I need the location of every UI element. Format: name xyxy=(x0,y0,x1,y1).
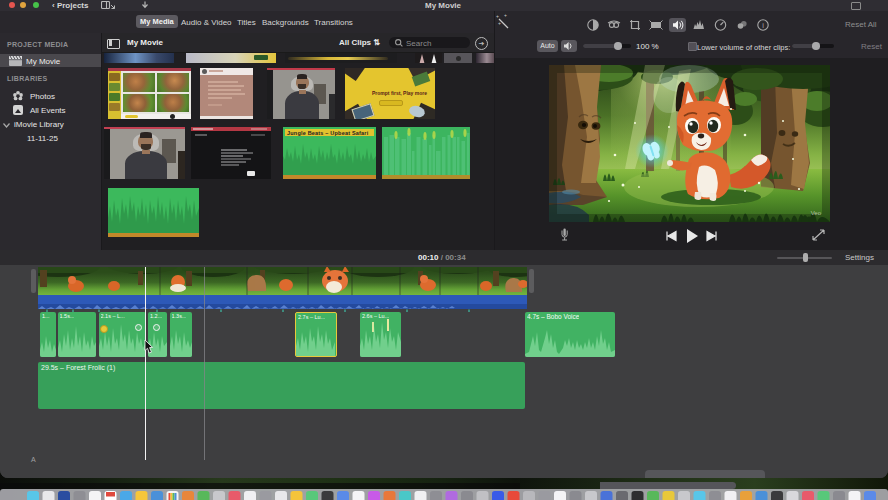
svg-text:+: + xyxy=(498,20,501,26)
svg-text:i: i xyxy=(762,21,764,30)
svg-text:Veo: Veo xyxy=(811,210,822,216)
svg-text:+: + xyxy=(496,13,499,19)
svg-text:+: + xyxy=(504,12,507,18)
